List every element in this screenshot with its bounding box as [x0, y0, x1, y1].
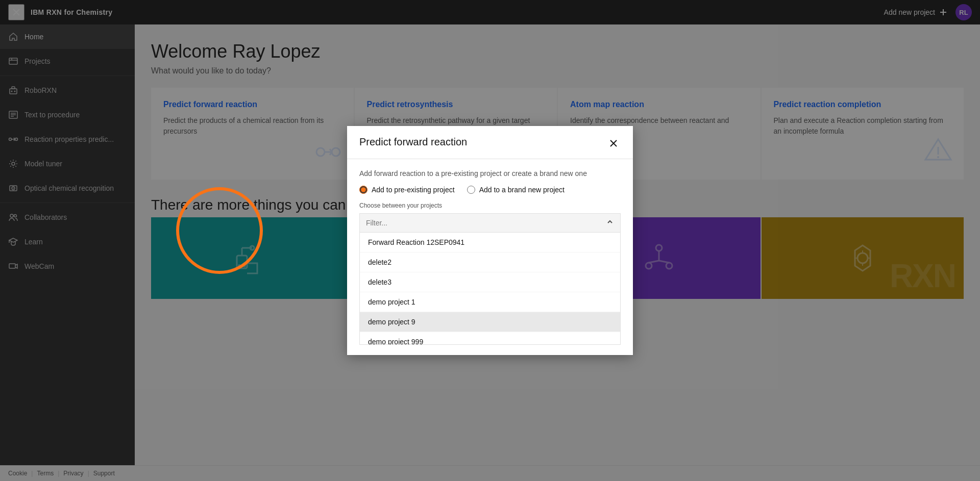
dropdown-item-5[interactable]: demo project 999	[360, 332, 620, 345]
radio-existing-label: Add to pre-existing project	[372, 186, 455, 194]
radio-existing-option[interactable]: Add to pre-existing project	[359, 186, 455, 194]
dropdown-item-4[interactable]: demo project 9	[360, 312, 620, 332]
filter-input[interactable]	[360, 214, 620, 232]
modal-backdrop[interactable]: Predict forward reaction Add forward rea…	[0, 0, 980, 481]
highlight-circle	[176, 187, 263, 274]
radio-new-option[interactable]: Add to a brand new project	[467, 186, 565, 194]
modal-header: Predict forward reaction	[347, 126, 633, 159]
dropdown-item-1[interactable]: delete2	[360, 252, 620, 272]
choose-label: Choose between your projects	[359, 202, 621, 209]
filter-container	[359, 213, 621, 233]
modal-subtitle: Add forward reaction to a pre-existing p…	[359, 169, 621, 178]
dropdown-item-0[interactable]: Forward Reaction 12SEP0941	[360, 233, 620, 252]
dropdown-item-2[interactable]: delete3	[360, 272, 620, 292]
modal-close-button[interactable]	[606, 136, 621, 150]
modal-predict-forward: Predict forward reaction Add forward rea…	[347, 126, 633, 355]
modal-body: Add forward reaction to a pre-existing p…	[347, 159, 633, 355]
radio-existing-input[interactable]	[359, 186, 368, 194]
dropdown-list: Forward Reaction 12SEP0941 delete2 delet…	[359, 233, 621, 345]
modal-title: Predict forward reaction	[359, 136, 467, 148]
radio-group: Add to pre-existing project Add to a bra…	[359, 186, 621, 194]
radio-new-input[interactable]	[467, 186, 475, 194]
radio-new-label: Add to a brand new project	[479, 186, 565, 194]
dropdown-item-3[interactable]: demo project 1	[360, 292, 620, 312]
